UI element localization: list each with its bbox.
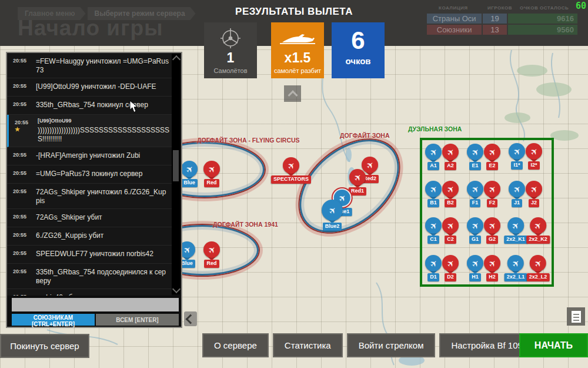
points-value: 6 (351, 27, 365, 54)
plane-icon: ✈ (486, 257, 498, 269)
leave-server-button[interactable]: Покинуть сервер (0, 334, 89, 358)
chat-message[interactable]: 20:55norbis42 убит (7, 289, 172, 296)
map-marker-c2[interactable]: ✈C2 (442, 217, 459, 244)
chat-message-body: norbis42 убит (36, 292, 80, 296)
marker-circle: ✈ (283, 157, 299, 174)
marker-label: B2 (445, 199, 456, 207)
map-marker-j1[interactable]: ✈J1 (509, 181, 525, 207)
chat-text: -[HRAF]Amergin уничтожил Zubi (36, 150, 140, 160)
chat-timestamp: 20:55 (13, 292, 33, 296)
plane-icon: ✈ (445, 146, 456, 158)
send-allies-button[interactable]: СОЮЗНИКАМ [CTRL+ENTER] (12, 314, 95, 326)
map-marker-2x2-l1[interactable]: ✈2x2_L1 (505, 255, 527, 281)
map-marker-i2-[interactable]: ✈I2* (526, 143, 542, 170)
footer-button-войти-стрелком[interactable]: Войти стрелком (347, 333, 436, 357)
plane-icon: ✈ (469, 183, 481, 195)
chat-scrollbar-thumb[interactable] (173, 150, 179, 181)
marker-label: E1 (469, 162, 480, 170)
marker-circle: ✈ (467, 255, 483, 271)
map-marker-f1[interactable]: ✈F1 (467, 181, 483, 207)
plane-icon: ✈ (445, 220, 456, 231)
zone-label: ДОГФАЙТ ЗОНА - FLYING CIRCUS (197, 137, 300, 144)
start-button[interactable]: НАЧАТЬ (519, 333, 588, 357)
marker-label: Red (204, 179, 219, 187)
marker-circle: ✈ (509, 181, 525, 197)
chat-collapse-button[interactable] (184, 311, 197, 326)
map-legend-button[interactable] (567, 307, 585, 326)
marker-label: F1 (470, 199, 481, 207)
footer-button-о-сервере[interactable]: О сервере (202, 333, 269, 357)
send-all-button[interactable]: ВСЕМ [ENTER] (96, 314, 179, 326)
map-marker-2x2-k1[interactable]: ✈2x2_K1 (504, 217, 527, 244)
map-marker-e1[interactable]: ✈E1 (467, 144, 483, 170)
map-marker-a2[interactable]: ✈A2 (442, 144, 459, 170)
zone-label: ДОГФАЙТ ЗОНА 1941 (213, 221, 278, 228)
marker-circle: ✈ (442, 181, 459, 197)
footer-button-статистика[interactable]: Статистика (273, 333, 343, 357)
chat-timestamp: 20:55 (13, 230, 33, 242)
chat-message[interactable]: 20:5572AGs_Shkiper убит (7, 209, 172, 227)
crashed-plane-icon (279, 26, 316, 51)
scoreboard-row-allies: Союзники 13 9560 (427, 25, 577, 35)
plane-icon: ✈ (206, 163, 218, 175)
scroll-down-icon[interactable] (172, 285, 181, 293)
map-marker-blue2[interactable]: ✈Blue2 (322, 200, 343, 231)
map-marker-red[interactable]: ✈Red (203, 161, 220, 187)
planes-label: Самолётов (213, 67, 247, 74)
plane-icon: ✈ (486, 146, 498, 158)
map-marker-2x2-k2[interactable]: ✈2x2_K2 (526, 217, 550, 244)
map-marker-blue[interactable]: ✈Blue (181, 161, 198, 187)
map-marker-e2[interactable]: ✈E2 (484, 144, 500, 170)
chat-message[interactable]: 20:55-[HRAF]Amergin уничтожил Zubi (7, 147, 172, 165)
chat-message[interactable]: 20:55[U99]OttoU99 уничтожил -DED-UAFE (7, 78, 172, 97)
chat-message[interactable]: 20:55335th_GRbas_754 покинул сервер (7, 97, 172, 115)
map-marker-red[interactable]: ✈Red (203, 241, 220, 268)
wrecked-multiplier: x1.5 (285, 51, 311, 65)
duel-zone-label: ДУЭЛЬНАЯ ЗОНА (408, 125, 462, 132)
chat-message[interactable]: 20:55335th_GRbas_754 подсоединился к сер… (7, 264, 172, 289)
fps-counter: 60 (576, 1, 586, 11)
plane-icon: ✈ (427, 146, 439, 158)
chat-scrollbar[interactable] (172, 54, 180, 294)
chat-message[interactable]: 20:556./ZG26_Kuppis убит (7, 227, 172, 246)
map-marker-g1[interactable]: ✈G1 (467, 217, 483, 244)
coalition-scoreboard: КОАЛИЦИЯ ИГРОКОВ ОЧКОВ ОСТАЛОСЬ Страны О… (427, 5, 577, 35)
map-marker-2x2-l2[interactable]: ✈2x2_L2 (527, 255, 550, 281)
map-marker-a1[interactable]: ✈A1 (425, 144, 442, 170)
chat-text: [U99]OttoU99 уничтожил -DED-UAFE (36, 81, 156, 91)
zone-label: ДОГФАЙТ ЗОНА (340, 132, 390, 139)
chat-message[interactable]: 20:55SPEEDWULF77 уничтожил norbis42 (7, 246, 172, 264)
scroll-up-icon[interactable] (172, 55, 181, 64)
chat-message[interactable]: 20:55★[U99]OttoU99))))))))))))))))))SSSS… (7, 115, 172, 147)
marker-label: D1 (427, 273, 439, 281)
map-marker-b1[interactable]: ✈B1 (425, 181, 442, 207)
chat-message-body: [U99]OttoU99))))))))))))))))))SSSSSSSSSS… (38, 118, 169, 144)
map-marker-h2[interactable]: ✈H2 (484, 255, 500, 281)
map-marker-spectators[interactable]: ✈SPECTATORS (271, 157, 311, 184)
map-marker-g2[interactable]: ✈G2 (484, 217, 500, 244)
chat-message[interactable]: 20:55=FEW=Hauggy уничтожил =UMG=PaRus73 (7, 53, 172, 78)
scoreboard-header-players: ИГРОКОВ (487, 5, 512, 11)
plane-icon: ✈ (532, 220, 544, 231)
chat-input[interactable] (12, 298, 179, 311)
map-marker-b2[interactable]: ✈B2 (442, 181, 459, 207)
marker-circle: ✈ (203, 241, 220, 258)
chat-message-body: =UMG=PaRus73 покинул сервер (36, 168, 142, 180)
results-collapse-button[interactable] (284, 85, 301, 102)
map-marker-c1[interactable]: ✈C1 (425, 217, 442, 244)
marker-label: G1 (469, 236, 481, 244)
map-marker-i1-[interactable]: ✈I1* (509, 143, 525, 170)
plane-icon: ✈ (352, 171, 363, 183)
map-marker-d2[interactable]: ✈D2 (442, 255, 459, 281)
plane-icon: ✈ (445, 257, 456, 269)
map-marker-j2[interactable]: ✈J2 (526, 181, 542, 207)
map-marker-h1[interactable]: ✈H1 (467, 255, 483, 281)
chat-timestamp: 20:55 (13, 212, 33, 224)
map-marker-f2[interactable]: ✈F2 (484, 181, 500, 207)
chat-message-body: 6./ZG26_Kuppis убит (36, 230, 103, 242)
chat-message[interactable]: 20:5572AGs_Shkiper уничтожил 6./ZG26_Kup… (7, 184, 172, 209)
marker-circle: ✈ (467, 181, 483, 197)
chat-message[interactable]: 20:55=UMG=PaRus73 покинул сервер (7, 165, 172, 184)
allies-points: 9560 (508, 25, 577, 35)
map-marker-d1[interactable]: ✈D1 (425, 255, 442, 281)
